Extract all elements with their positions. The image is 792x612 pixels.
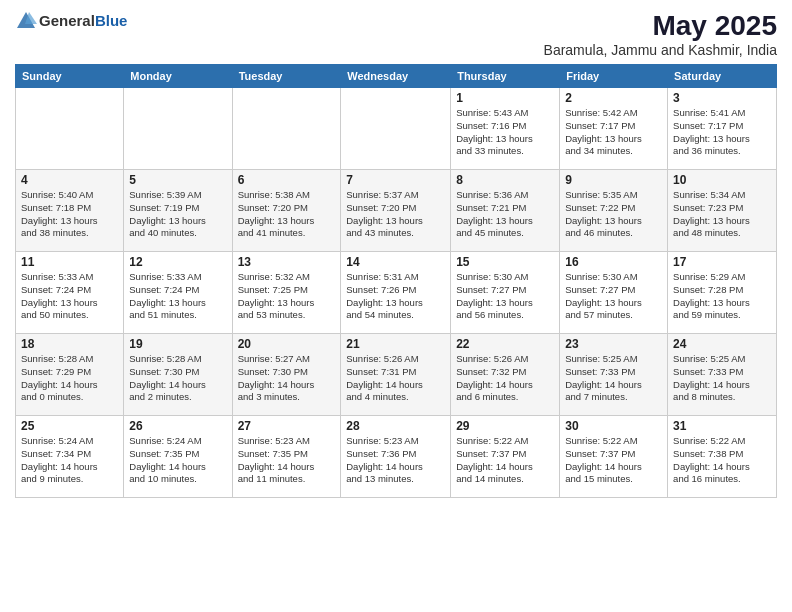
day-number: 18 [21, 337, 118, 351]
cell-4-3: 20Sunrise: 5:27 AM Sunset: 7:30 PM Dayli… [232, 334, 341, 416]
week-row-4: 18Sunrise: 5:28 AM Sunset: 7:29 PM Dayli… [16, 334, 777, 416]
day-info: Sunrise: 5:34 AM Sunset: 7:23 PM Dayligh… [673, 189, 771, 240]
day-number: 26 [129, 419, 226, 433]
page: GeneralBlue May 2025 Baramula, Jammu and… [0, 0, 792, 612]
day-number: 21 [346, 337, 445, 351]
cell-2-2: 5Sunrise: 5:39 AM Sunset: 7:19 PM Daylig… [124, 170, 232, 252]
title-area: May 2025 Baramula, Jammu and Kashmir, In… [544, 10, 777, 58]
week-row-5: 25Sunrise: 5:24 AM Sunset: 7:34 PM Dayli… [16, 416, 777, 498]
cell-5-6: 30Sunrise: 5:22 AM Sunset: 7:37 PM Dayli… [560, 416, 668, 498]
cell-2-5: 8Sunrise: 5:36 AM Sunset: 7:21 PM Daylig… [451, 170, 560, 252]
cell-5-5: 29Sunrise: 5:22 AM Sunset: 7:37 PM Dayli… [451, 416, 560, 498]
cell-3-2: 12Sunrise: 5:33 AM Sunset: 7:24 PM Dayli… [124, 252, 232, 334]
day-number: 9 [565, 173, 662, 187]
cell-3-5: 15Sunrise: 5:30 AM Sunset: 7:27 PM Dayli… [451, 252, 560, 334]
day-info: Sunrise: 5:22 AM Sunset: 7:37 PM Dayligh… [456, 435, 554, 486]
day-number: 1 [456, 91, 554, 105]
cell-4-6: 23Sunrise: 5:25 AM Sunset: 7:33 PM Dayli… [560, 334, 668, 416]
week-row-2: 4Sunrise: 5:40 AM Sunset: 7:18 PM Daylig… [16, 170, 777, 252]
logo-general: General [39, 12, 95, 29]
week-row-3: 11Sunrise: 5:33 AM Sunset: 7:24 PM Dayli… [16, 252, 777, 334]
day-number: 28 [346, 419, 445, 433]
cell-4-5: 22Sunrise: 5:26 AM Sunset: 7:32 PM Dayli… [451, 334, 560, 416]
cell-1-5: 1Sunrise: 5:43 AM Sunset: 7:16 PM Daylig… [451, 88, 560, 170]
day-info: Sunrise: 5:36 AM Sunset: 7:21 PM Dayligh… [456, 189, 554, 240]
calendar-table: Sunday Monday Tuesday Wednesday Thursday… [15, 64, 777, 498]
day-number: 19 [129, 337, 226, 351]
col-wednesday: Wednesday [341, 65, 451, 88]
day-info: Sunrise: 5:38 AM Sunset: 7:20 PM Dayligh… [238, 189, 336, 240]
day-info: Sunrise: 5:27 AM Sunset: 7:30 PM Dayligh… [238, 353, 336, 404]
day-number: 6 [238, 173, 336, 187]
day-info: Sunrise: 5:25 AM Sunset: 7:33 PM Dayligh… [565, 353, 662, 404]
day-info: Sunrise: 5:40 AM Sunset: 7:18 PM Dayligh… [21, 189, 118, 240]
day-info: Sunrise: 5:30 AM Sunset: 7:27 PM Dayligh… [456, 271, 554, 322]
day-info: Sunrise: 5:22 AM Sunset: 7:38 PM Dayligh… [673, 435, 771, 486]
day-info: Sunrise: 5:29 AM Sunset: 7:28 PM Dayligh… [673, 271, 771, 322]
cell-2-6: 9Sunrise: 5:35 AM Sunset: 7:22 PM Daylig… [560, 170, 668, 252]
cell-3-3: 13Sunrise: 5:32 AM Sunset: 7:25 PM Dayli… [232, 252, 341, 334]
cell-2-1: 4Sunrise: 5:40 AM Sunset: 7:18 PM Daylig… [16, 170, 124, 252]
cell-4-4: 21Sunrise: 5:26 AM Sunset: 7:31 PM Dayli… [341, 334, 451, 416]
col-sunday: Sunday [16, 65, 124, 88]
day-number: 17 [673, 255, 771, 269]
col-tuesday: Tuesday [232, 65, 341, 88]
col-friday: Friday [560, 65, 668, 88]
day-info: Sunrise: 5:43 AM Sunset: 7:16 PM Dayligh… [456, 107, 554, 158]
day-info: Sunrise: 5:37 AM Sunset: 7:20 PM Dayligh… [346, 189, 445, 240]
day-info: Sunrise: 5:22 AM Sunset: 7:37 PM Dayligh… [565, 435, 662, 486]
day-number: 30 [565, 419, 662, 433]
day-info: Sunrise: 5:23 AM Sunset: 7:36 PM Dayligh… [346, 435, 445, 486]
header-row: Sunday Monday Tuesday Wednesday Thursday… [16, 65, 777, 88]
day-number: 22 [456, 337, 554, 351]
day-number: 10 [673, 173, 771, 187]
cell-5-4: 28Sunrise: 5:23 AM Sunset: 7:36 PM Dayli… [341, 416, 451, 498]
day-number: 31 [673, 419, 771, 433]
day-info: Sunrise: 5:35 AM Sunset: 7:22 PM Dayligh… [565, 189, 662, 240]
cell-5-7: 31Sunrise: 5:22 AM Sunset: 7:38 PM Dayli… [668, 416, 777, 498]
day-number: 8 [456, 173, 554, 187]
day-info: Sunrise: 5:30 AM Sunset: 7:27 PM Dayligh… [565, 271, 662, 322]
day-info: Sunrise: 5:39 AM Sunset: 7:19 PM Dayligh… [129, 189, 226, 240]
cell-2-3: 6Sunrise: 5:38 AM Sunset: 7:20 PM Daylig… [232, 170, 341, 252]
header: GeneralBlue May 2025 Baramula, Jammu and… [15, 10, 777, 58]
day-number: 15 [456, 255, 554, 269]
day-info: Sunrise: 5:41 AM Sunset: 7:17 PM Dayligh… [673, 107, 771, 158]
day-info: Sunrise: 5:24 AM Sunset: 7:35 PM Dayligh… [129, 435, 226, 486]
day-number: 29 [456, 419, 554, 433]
day-info: Sunrise: 5:26 AM Sunset: 7:32 PM Dayligh… [456, 353, 554, 404]
day-info: Sunrise: 5:33 AM Sunset: 7:24 PM Dayligh… [129, 271, 226, 322]
cell-3-1: 11Sunrise: 5:33 AM Sunset: 7:24 PM Dayli… [16, 252, 124, 334]
cell-3-7: 17Sunrise: 5:29 AM Sunset: 7:28 PM Dayli… [668, 252, 777, 334]
day-number: 5 [129, 173, 226, 187]
logo-icon [15, 10, 37, 32]
day-number: 16 [565, 255, 662, 269]
day-info: Sunrise: 5:28 AM Sunset: 7:30 PM Dayligh… [129, 353, 226, 404]
day-number: 25 [21, 419, 118, 433]
cell-3-6: 16Sunrise: 5:30 AM Sunset: 7:27 PM Dayli… [560, 252, 668, 334]
logo-blue: Blue [95, 12, 128, 29]
logo: GeneralBlue [15, 10, 127, 32]
cell-3-4: 14Sunrise: 5:31 AM Sunset: 7:26 PM Dayli… [341, 252, 451, 334]
day-info: Sunrise: 5:33 AM Sunset: 7:24 PM Dayligh… [21, 271, 118, 322]
cell-4-2: 19Sunrise: 5:28 AM Sunset: 7:30 PM Dayli… [124, 334, 232, 416]
cell-5-3: 27Sunrise: 5:23 AM Sunset: 7:35 PM Dayli… [232, 416, 341, 498]
cell-1-4 [341, 88, 451, 170]
day-number: 24 [673, 337, 771, 351]
cell-1-6: 2Sunrise: 5:42 AM Sunset: 7:17 PM Daylig… [560, 88, 668, 170]
day-number: 3 [673, 91, 771, 105]
subtitle: Baramula, Jammu and Kashmir, India [544, 42, 777, 58]
day-number: 20 [238, 337, 336, 351]
day-number: 27 [238, 419, 336, 433]
cell-1-7: 3Sunrise: 5:41 AM Sunset: 7:17 PM Daylig… [668, 88, 777, 170]
col-thursday: Thursday [451, 65, 560, 88]
col-monday: Monday [124, 65, 232, 88]
week-row-1: 1Sunrise: 5:43 AM Sunset: 7:16 PM Daylig… [16, 88, 777, 170]
cell-2-7: 10Sunrise: 5:34 AM Sunset: 7:23 PM Dayli… [668, 170, 777, 252]
col-saturday: Saturday [668, 65, 777, 88]
main-title: May 2025 [544, 10, 777, 42]
day-info: Sunrise: 5:25 AM Sunset: 7:33 PM Dayligh… [673, 353, 771, 404]
day-info: Sunrise: 5:42 AM Sunset: 7:17 PM Dayligh… [565, 107, 662, 158]
day-number: 7 [346, 173, 445, 187]
day-number: 11 [21, 255, 118, 269]
